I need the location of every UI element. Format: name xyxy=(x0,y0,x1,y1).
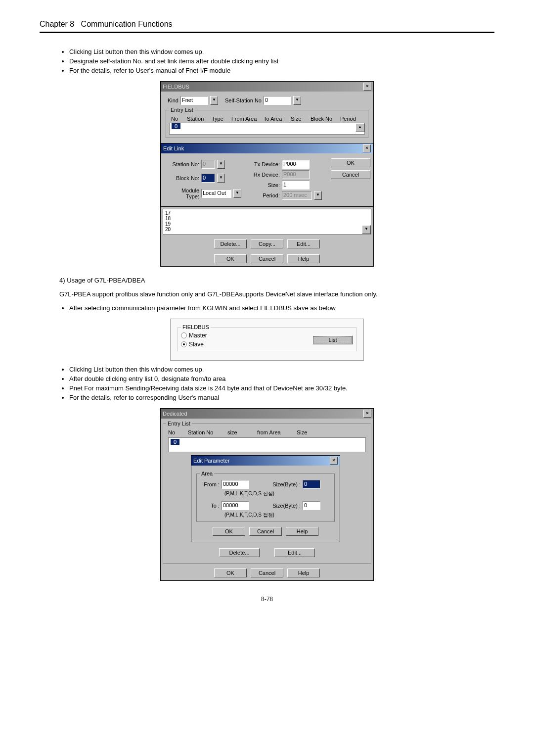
slave-radio-label: Slave xyxy=(189,341,204,348)
from-input[interactable]: 00000 xyxy=(222,480,249,489)
entry-list-legend: Entry List xyxy=(166,421,192,426)
help-button[interactable]: Help xyxy=(287,254,320,263)
close-icon[interactable]: × xyxy=(363,144,371,152)
entry-row-0[interactable]: 0 xyxy=(171,439,179,445)
cancel-button[interactable]: Cancel xyxy=(251,568,283,577)
list-item[interactable]: 18 xyxy=(165,216,369,221)
edit-parameter-titlebar: Edit Parameter × xyxy=(191,456,340,466)
scroll-down-icon[interactable]: ▼ xyxy=(362,225,371,234)
chapter-label: Chapter 8 xyxy=(40,20,74,28)
cancel-button[interactable]: Cancel xyxy=(331,170,370,179)
block-no-input[interactable]: 0 xyxy=(201,174,215,183)
edit-parameter-dialog: Edit Parameter × Area From : 00000 Size(… xyxy=(191,455,340,542)
button-row-1: Delete... Copy... Edit... xyxy=(161,236,373,251)
radio-icon xyxy=(181,332,187,338)
entry-row-0[interactable]: 0 xyxy=(172,123,180,129)
copy-button[interactable]: Copy... xyxy=(251,239,283,248)
edit-parameter-title: Edit Parameter xyxy=(193,458,229,464)
tx-device-label: Tx Device: xyxy=(250,161,280,167)
chevron-down-icon[interactable]: ▼ xyxy=(217,160,225,169)
col-size-l: size xyxy=(227,429,252,435)
chapter-title: Communication Functions xyxy=(81,20,173,28)
tx-device-input[interactable]: P000 xyxy=(282,160,310,169)
ok-button[interactable]: OK xyxy=(213,527,245,536)
slave-radio[interactable]: Slave xyxy=(181,341,204,348)
scroll-up-icon[interactable]: ▲ xyxy=(356,123,364,132)
edit-button[interactable]: Edit... xyxy=(274,548,315,557)
col-size-u: Size xyxy=(297,429,307,435)
chevron-down-icon[interactable]: ▼ xyxy=(210,96,218,105)
rx-device-label: Rx Device: xyxy=(250,172,280,178)
fieldbus-legend: FIELDBUS xyxy=(181,324,211,330)
entry-list-area[interactable]: 0 xyxy=(168,437,366,452)
list-item[interactable]: 19 xyxy=(165,221,369,227)
kind-select[interactable]: Fnet xyxy=(180,96,208,105)
module-type-input[interactable]: Local Out xyxy=(201,189,231,198)
entry-list-fieldset: Entry List No Station No size from Area … xyxy=(163,421,371,564)
block-no-label: Block No: xyxy=(167,175,199,181)
delete-button[interactable]: Delete... xyxy=(214,239,247,248)
entry-list-area[interactable]: 0 ▲ xyxy=(169,123,365,135)
kind-label: Kind xyxy=(164,97,178,103)
ok-button[interactable]: OK xyxy=(214,254,247,263)
ok-button[interactable]: OK xyxy=(214,568,247,577)
list-item: For the details, refer to User's manual … xyxy=(69,67,494,74)
chevron-down-icon[interactable]: ▼ xyxy=(314,191,322,200)
from-label: From : xyxy=(200,481,220,487)
radio-icon xyxy=(181,341,187,347)
fieldbus-fieldset: FIELDBUS Master Slave List xyxy=(178,324,356,351)
list-item[interactable]: 20 xyxy=(165,227,369,232)
master-radio-label: Master xyxy=(189,332,207,339)
page-header: Chapter 8 Communication Functions xyxy=(40,20,494,33)
cancel-button[interactable]: Cancel xyxy=(249,527,282,536)
fieldbus-dialog: FIELDBUS × Kind Fnet▼ Self-Station No 0▼… xyxy=(160,81,374,267)
close-icon[interactable]: × xyxy=(363,83,371,91)
col-no: No xyxy=(168,429,183,435)
help-button[interactable]: Help xyxy=(287,568,320,577)
sizebyte-to-input[interactable]: 0 xyxy=(303,501,320,510)
ok-button[interactable]: OK xyxy=(331,158,370,167)
chevron-down-icon[interactable]: ▼ xyxy=(217,174,225,183)
bullet-list-1: Clicking List button then this window co… xyxy=(69,48,494,74)
list-item: Designate self-station No. and set link … xyxy=(69,57,494,65)
size-label: Size: xyxy=(250,182,280,188)
list-button[interactable]: List xyxy=(312,335,353,344)
entry-list-lower[interactable]: 17 18 19 20 ▼ xyxy=(163,209,371,235)
master-radio[interactable]: Master xyxy=(181,332,207,339)
close-icon[interactable]: × xyxy=(363,410,371,418)
dedicated-dialog: Dedicated × Entry List No Station No siz… xyxy=(160,408,374,581)
size-input[interactable]: 1 xyxy=(282,181,310,189)
col-type: Type xyxy=(212,116,226,122)
col-no: No xyxy=(171,116,182,122)
to-input[interactable]: 00000 xyxy=(222,501,249,510)
period-input: 200 msec xyxy=(282,191,312,200)
sizebyte-from-input[interactable]: 0 xyxy=(303,480,320,489)
section-4-label: 4) Usage of G7L-PBEA/DBEA xyxy=(59,277,494,284)
entry-list-fieldset: Entry List No Station Type From Area To … xyxy=(166,107,368,138)
close-icon[interactable]: × xyxy=(330,457,338,465)
module-type-label: Module Type: xyxy=(167,188,199,199)
col-stationno: Station No xyxy=(188,429,222,435)
list-item[interactable]: 17 xyxy=(165,210,369,216)
col-size: Size xyxy=(291,116,306,122)
fieldbus-title: FIELDBUS xyxy=(163,84,189,90)
edit-button[interactable]: Edit... xyxy=(287,239,320,248)
dedicated-title: Dedicated xyxy=(163,411,187,417)
list-item: After selecting communication parameter … xyxy=(69,304,494,312)
fieldbus-slave-panel: FIELDBUS Master Slave List xyxy=(170,319,364,361)
entry-list-header: No Station No size from Area Size xyxy=(166,428,368,436)
list-item: For the details, refer to corresponding … xyxy=(69,394,494,401)
list-item: Clicking List button then this window co… xyxy=(69,366,494,373)
help-button[interactable]: Help xyxy=(286,527,318,536)
cancel-button[interactable]: Cancel xyxy=(251,254,283,263)
area-legend: Area xyxy=(200,471,214,476)
to-hint: (P,M,L,K,T,C,D,S 접점) xyxy=(224,512,331,519)
selfstation-select[interactable]: 0 xyxy=(264,96,291,105)
from-hint: (P,M,L,K,T,C,D,S 접점) xyxy=(224,490,331,497)
chevron-down-icon[interactable]: ▼ xyxy=(233,189,241,198)
editparam-buttons: OK Cancel Help xyxy=(194,524,337,539)
sizebyte-to-label: Size(Byte) : xyxy=(261,503,301,509)
delete-button[interactable]: Delete... xyxy=(219,548,260,557)
chevron-down-icon[interactable]: ▼ xyxy=(293,96,301,105)
dialog-buttons: OK Cancel Help xyxy=(161,566,373,580)
